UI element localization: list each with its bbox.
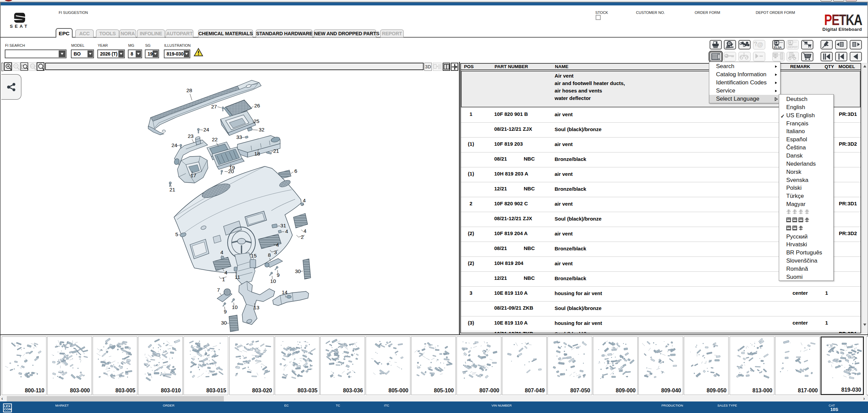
svg-text:25: 25: [253, 118, 259, 124]
svg-text:ELSA: ELSA: [774, 46, 782, 49]
svg-text:@: @: [757, 41, 763, 48]
svg-text:4: 4: [220, 249, 224, 255]
svg-text:11: 11: [235, 274, 240, 280]
svg-text:7: 7: [217, 287, 220, 293]
svg-text:26: 26: [254, 103, 260, 108]
svg-text:33: 33: [236, 134, 242, 140]
svg-text:30: 30: [295, 268, 301, 274]
svg-text:28: 28: [186, 87, 192, 93]
svg-text:15: 15: [251, 253, 256, 259]
svg-text:10: 10: [232, 304, 238, 310]
svg-text:10: 10: [270, 278, 276, 284]
svg-text:3: 3: [274, 249, 277, 255]
svg-text:18: 18: [254, 151, 260, 157]
svg-text:32: 32: [258, 127, 264, 132]
svg-text:2: 2: [301, 234, 304, 240]
svg-text:21: 21: [169, 187, 175, 192]
svg-text:4: 4: [304, 228, 307, 234]
svg-text:14: 14: [282, 289, 288, 295]
svg-text:17: 17: [190, 172, 196, 178]
svg-text:31: 31: [280, 223, 286, 228]
svg-text:4: 4: [225, 270, 228, 275]
svg-text:4: 4: [276, 242, 279, 248]
svg-text:9: 9: [224, 309, 227, 314]
svg-text:13: 13: [253, 305, 259, 310]
svg-text:4: 4: [285, 228, 288, 234]
svg-text:20: 20: [228, 168, 234, 174]
svg-text:6: 6: [294, 168, 297, 174]
svg-text:9: 9: [277, 272, 280, 278]
svg-text:DEPOT: DEPOT: [788, 45, 798, 49]
svg-text:8: 8: [268, 252, 271, 258]
svg-text:24: 24: [171, 142, 177, 148]
svg-text:5: 5: [175, 231, 178, 237]
svg-text:30: 30: [221, 320, 227, 326]
svg-text:4: 4: [303, 198, 306, 203]
svg-text:SEAT: SEAT: [10, 24, 29, 29]
svg-text:27: 27: [211, 104, 217, 109]
svg-text:100%: 100%: [31, 65, 36, 67]
svg-text:21: 21: [273, 148, 279, 154]
svg-text:22: 22: [212, 137, 217, 142]
svg-text:24: 24: [203, 127, 209, 132]
svg-text:23: 23: [188, 133, 193, 139]
